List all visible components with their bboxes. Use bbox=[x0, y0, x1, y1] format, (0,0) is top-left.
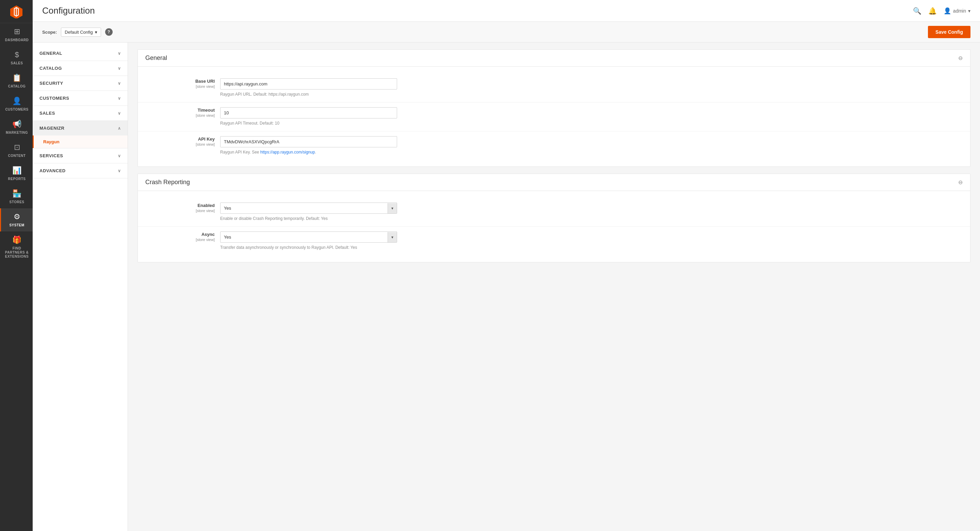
form-row-timeout: Timeout[store view]Raygun API Timeout. D… bbox=[138, 102, 970, 131]
form-sublabel-timeout: [store view] bbox=[145, 113, 215, 118]
config-section-body-general: Base URI[store view]Raygun API URL. Defa… bbox=[138, 67, 970, 166]
config-section-title-crash_reporting: Crash Reporting bbox=[145, 179, 190, 186]
save-config-button[interactable]: Save Config bbox=[928, 26, 970, 38]
form-label-col-timeout: Timeout[store view] bbox=[145, 107, 220, 118]
form-select-arrow-enabled[interactable]: ▾ bbox=[388, 203, 397, 214]
content-icon: ⊡ bbox=[14, 143, 20, 152]
form-row-base_uri: Base URI[store view]Raygun API URL. Defa… bbox=[138, 73, 970, 102]
config-section-crash_reporting: Crash Reporting⊖Enabled[store view]YesNo… bbox=[137, 174, 970, 262]
nav-section-chevron-advanced: ∨ bbox=[118, 169, 121, 173]
nav-section-chevron-magenizr: ∧ bbox=[118, 126, 121, 131]
right-panel: General⊖Base URI[store view]Raygun API U… bbox=[128, 43, 980, 531]
stores-label: STORES bbox=[10, 200, 24, 204]
form-sublabel-enabled: [store view] bbox=[145, 209, 215, 213]
nav-sub-item-raygun[interactable]: Raygun bbox=[33, 136, 127, 148]
nav-section-chevron-customers: ∨ bbox=[118, 96, 121, 101]
nav-section-header-customers[interactable]: CUSTOMERS∨ bbox=[33, 91, 127, 105]
form-label-col-api_key: API Key[store view] bbox=[145, 136, 220, 147]
scope-left: Scope: Default Config ▾ ? bbox=[42, 27, 113, 37]
nav-section-header-services[interactable]: SERVICES∨ bbox=[33, 148, 127, 163]
dashboard-label: DASHBOARD bbox=[5, 38, 29, 42]
form-hint-link-api_key[interactable]: https://app.raygun.com/signup bbox=[260, 150, 315, 155]
nav-section-header-magenizr[interactable]: MAGENIZR∧ bbox=[33, 121, 127, 136]
partners-label: FIND PARTNERS & EXTENSIONS bbox=[2, 246, 31, 259]
nav-section-label-catalog: CATALOG bbox=[40, 66, 62, 71]
config-section-header-general[interactable]: General⊖ bbox=[138, 50, 970, 67]
form-hint-async: Transfer data asynchronously or synchron… bbox=[220, 245, 397, 250]
nav-section-header-advanced[interactable]: ADVANCED∨ bbox=[33, 163, 127, 178]
nav-section-header-general[interactable]: GENERAL∨ bbox=[33, 46, 127, 61]
scope-label: Scope: bbox=[42, 30, 57, 35]
scope-help-icon[interactable]: ? bbox=[105, 28, 113, 36]
magento-logo bbox=[10, 5, 23, 18]
admin-menu[interactable]: 👤 admin ▾ bbox=[943, 7, 970, 14]
form-label-enabled: Enabled bbox=[197, 203, 215, 208]
admin-label: admin bbox=[953, 8, 966, 14]
system-label: SYSTEM bbox=[9, 223, 24, 227]
nav-section-header-catalog[interactable]: CATALOG∨ bbox=[33, 61, 127, 76]
sidebar-item-sales[interactable]: $SALES bbox=[0, 46, 33, 69]
form-sublabel-async: [store view] bbox=[145, 238, 215, 242]
sidebar-item-stores[interactable]: 🏪STORES bbox=[0, 185, 33, 208]
form-select-arrow-async[interactable]: ▾ bbox=[388, 232, 397, 242]
nav-section-header-security[interactable]: SECURITY∨ bbox=[33, 76, 127, 91]
sidebar-item-catalog[interactable]: 📋CATALOG bbox=[0, 69, 33, 92]
sidebar-item-system[interactable]: ⚙SYSTEM bbox=[0, 208, 33, 231]
config-section-general: General⊖Base URI[store view]Raygun API U… bbox=[137, 49, 970, 167]
page-title: Configuration bbox=[42, 5, 95, 16]
search-icon[interactable]: 🔍 bbox=[913, 7, 921, 15]
form-label-col-enabled: Enabled[store view] bbox=[145, 203, 220, 213]
form-hint-enabled: Enable or disable Crash Reporting tempor… bbox=[220, 216, 397, 222]
form-select-async[interactable]: YesNo bbox=[221, 232, 388, 242]
sidebar-item-customers[interactable]: 👤CUSTOMERS bbox=[0, 92, 33, 116]
scope-chevron-icon: ▾ bbox=[95, 30, 97, 35]
customers-icon: 👤 bbox=[12, 97, 21, 105]
config-section-body-crash_reporting: Enabled[store view]YesNo▾Enable or disab… bbox=[138, 191, 970, 262]
form-row-api_key: API Key[store view]Raygun API Key. See h… bbox=[138, 131, 970, 160]
form-hint-timeout: Raygun API Timeout. Default: 10 bbox=[220, 121, 397, 126]
nav-section-label-general: GENERAL bbox=[40, 51, 62, 56]
sales-label: SALES bbox=[11, 61, 23, 65]
sidebar-item-partners[interactable]: 🎁FIND PARTNERS & EXTENSIONS bbox=[0, 231, 33, 263]
nav-section-label-services: SERVICES bbox=[40, 153, 63, 158]
form-control-col-timeout: Raygun API Timeout. Default: 10 bbox=[220, 107, 963, 126]
nav-section-label-advanced: ADVANCED bbox=[40, 168, 66, 173]
content-label: CONTENT bbox=[8, 154, 26, 158]
sidebar-item-marketing[interactable]: 📢MARKETING bbox=[0, 116, 33, 139]
form-label-async: Async bbox=[202, 232, 215, 237]
sidebar-item-reports[interactable]: 📊REPORTS bbox=[0, 162, 33, 185]
sidebar: ⊞DASHBOARD$SALES📋CATALOG👤CUSTOMERS📢MARKE… bbox=[0, 0, 33, 531]
catalog-icon: 📋 bbox=[12, 73, 21, 82]
form-sublabel-base_uri: [store view] bbox=[145, 85, 215, 88]
nav-section-sales: SALES∨ bbox=[33, 106, 127, 121]
config-section-collapse-icon-general: ⊖ bbox=[958, 55, 963, 61]
nav-section-label-security: SECURITY bbox=[40, 81, 63, 86]
reports-icon: 📊 bbox=[12, 166, 21, 175]
form-label-col-base_uri: Base URI[store view] bbox=[145, 78, 220, 88]
form-control-col-enabled: YesNo▾Enable or disable Crash Reporting … bbox=[220, 203, 963, 222]
config-section-header-crash_reporting[interactable]: Crash Reporting⊖ bbox=[138, 174, 970, 191]
marketing-label: MARKETING bbox=[6, 131, 28, 135]
nav-section-services: SERVICES∨ bbox=[33, 148, 127, 163]
marketing-icon: 📢 bbox=[12, 120, 21, 129]
sidebar-item-dashboard[interactable]: ⊞DASHBOARD bbox=[0, 23, 33, 46]
form-row-async: Async[store view]YesNo▾Transfer data asy… bbox=[138, 227, 970, 255]
admin-chevron-icon: ▾ bbox=[968, 8, 970, 14]
nav-section-general: GENERAL∨ bbox=[33, 46, 127, 61]
form-input-base_uri[interactable] bbox=[220, 78, 397, 89]
content-area: GENERAL∨CATALOG∨SECURITY∨CUSTOMERS∨SALES… bbox=[33, 43, 980, 531]
form-control-col-async: YesNo▾Transfer data asynchronously or sy… bbox=[220, 231, 963, 250]
nav-section-chevron-services: ∨ bbox=[118, 153, 121, 158]
nav-section-catalog: CATALOG∨ bbox=[33, 61, 127, 76]
nav-section-header-sales[interactable]: SALES∨ bbox=[33, 106, 127, 121]
system-icon: ⚙ bbox=[14, 212, 21, 221]
form-select-enabled[interactable]: YesNo bbox=[221, 203, 388, 214]
nav-section-security: SECURITY∨ bbox=[33, 76, 127, 91]
form-input-api_key[interactable] bbox=[220, 136, 397, 147]
scope-select[interactable]: Default Config ▾ bbox=[61, 27, 101, 37]
sidebar-item-content[interactable]: ⊡CONTENT bbox=[0, 139, 33, 162]
form-input-timeout[interactable] bbox=[220, 107, 397, 118]
scope-value: Default Config bbox=[65, 30, 92, 35]
form-label-timeout: Timeout bbox=[198, 108, 215, 113]
notifications-icon[interactable]: 🔔 bbox=[928, 7, 937, 15]
